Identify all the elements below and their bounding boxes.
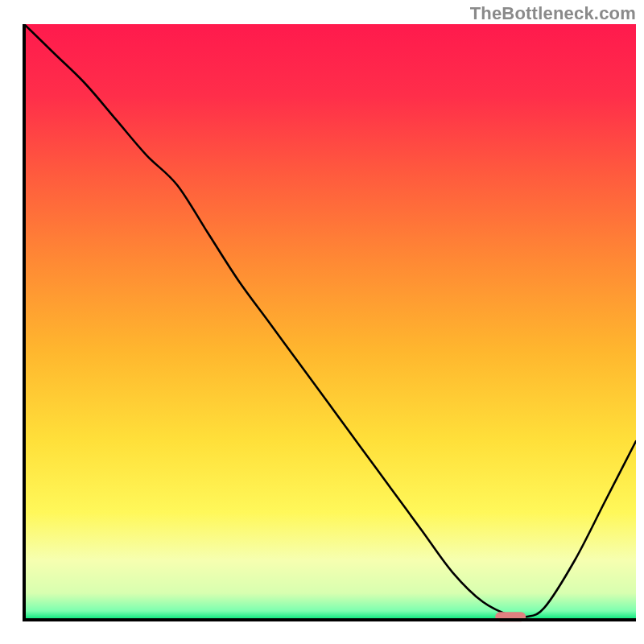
bottleneck-chart (0, 0, 644, 644)
chart-stage: TheBottleneck.com (0, 0, 644, 644)
gradient-background (24, 24, 636, 620)
